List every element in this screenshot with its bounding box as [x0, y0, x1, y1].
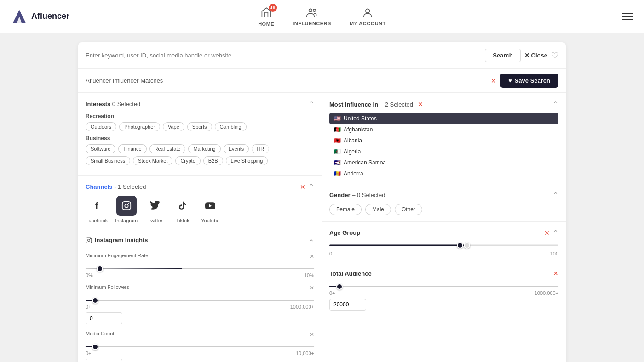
filter-columns: Interests 0 Selected ⌃ Recreation Outdoo…: [78, 93, 566, 362]
filter-title: Afluencer Influencer Matches: [86, 77, 163, 84]
tag-stock-market[interactable]: Stock Market: [133, 156, 172, 165]
engagement-rate-group: Minimum Engagement Rate ✕ 0% 10%: [86, 253, 314, 278]
age-slider-track: [329, 242, 558, 249]
channels-toggle[interactable]: ⌃: [308, 182, 314, 191]
filter-actions: ✕ ♥ Save Search: [491, 74, 558, 88]
media-count-input[interactable]: [86, 359, 122, 362]
channels-clear[interactable]: ✕: [300, 183, 305, 191]
list-item[interactable]: 🇩🇿 Algeria: [329, 146, 558, 157]
gender-male[interactable]: Male: [365, 204, 391, 215]
interests-title: Interests 0 Selected: [86, 101, 140, 107]
channel-facebook[interactable]: f Facebook: [86, 196, 108, 223]
nav-home[interactable]: 38 HOME: [258, 6, 274, 27]
recreation-group: Recreation Outdoors Photographer Vape Sp…: [86, 113, 314, 131]
engagement-slider[interactable]: [86, 268, 314, 269]
clear-filters-button[interactable]: ✕: [491, 77, 496, 85]
channel-twitter[interactable]: Twitter: [145, 196, 165, 223]
search-button[interactable]: Search: [485, 49, 520, 62]
age-group-section: Age Group ✕ ⌃ 0: [322, 222, 566, 263]
channel-tiktok[interactable]: Tiktok: [172, 196, 193, 223]
svg-point-9: [88, 239, 90, 241]
tag-events[interactable]: Events: [224, 144, 249, 153]
list-item[interactable]: 🇦🇱 Albania: [329, 135, 558, 146]
audience-input[interactable]: [329, 299, 366, 311]
svg-point-2: [309, 9, 312, 11]
tag-hr[interactable]: HR: [252, 144, 269, 153]
tag-crypto[interactable]: Crypto: [175, 156, 200, 165]
followers-clear[interactable]: ✕: [310, 285, 314, 291]
main-content: Search ✕ Close ♡ Afluencer Influencer Ma…: [69, 33, 575, 362]
instagram-insights-section: Instagram Insights ⌃ Minimum Engagement …: [78, 230, 322, 362]
age-clear[interactable]: ✕: [544, 229, 550, 237]
followers-input[interactable]: [86, 312, 122, 324]
total-audience-section: Total Audience ✕ 0+ 1000,000+: [322, 263, 566, 317]
svg-point-10: [90, 238, 91, 239]
age-group-title: Age Group: [329, 229, 360, 236]
media-clear[interactable]: ✕: [310, 331, 314, 338]
tag-b2b[interactable]: B2B: [203, 156, 223, 165]
tag-vape[interactable]: Vape: [163, 122, 184, 131]
top-navigation: Afluencer 38 HOME INFLUENCERS: [0, 0, 644, 33]
tag-photographer[interactable]: Photographer: [119, 122, 160, 131]
search-card: Search ✕ Close ♡ Afluencer Influencer Ma…: [78, 42, 566, 362]
audience-slider[interactable]: [329, 286, 558, 287]
tag-real-estate[interactable]: Real Estate: [150, 144, 186, 153]
list-item[interactable]: 🇦🇩 Andorra: [329, 168, 558, 177]
gender-toggle[interactable]: ⌃: [552, 191, 558, 199]
heart-button[interactable]: ♡: [551, 51, 558, 61]
logo[interactable]: Afluencer: [11, 8, 69, 25]
nav-badge: 38: [269, 4, 277, 12]
tag-small-business[interactable]: Small Business: [86, 156, 130, 165]
app-name: Afluencer: [31, 11, 69, 21]
tag-marketing[interactable]: Marketing: [188, 144, 220, 153]
influence-toggle[interactable]: ⌃: [552, 100, 558, 108]
channel-instagram[interactable]: Instagram: [115, 196, 138, 223]
svg-point-3: [313, 9, 316, 11]
save-search-button[interactable]: ♥ Save Search: [500, 74, 558, 88]
most-influence-title: Most influence in – 2 Selected ✕: [329, 101, 423, 108]
tag-gambling[interactable]: Gambling: [215, 122, 247, 131]
age-toggle[interactable]: ⌃: [552, 228, 558, 237]
min-followers-group: Minimum Followers ✕ 0+ 1000,000+: [86, 284, 314, 324]
engagement-clear[interactable]: ✕: [310, 253, 314, 260]
close-button[interactable]: ✕ Close: [524, 52, 547, 59]
tag-live-shopping[interactable]: Live Shopping: [226, 156, 268, 165]
age-thumb-max[interactable]: [464, 242, 470, 249]
media-slider[interactable]: [86, 346, 314, 347]
gender-female[interactable]: Female: [329, 204, 362, 215]
total-audience-title: Total Audience: [329, 270, 372, 277]
followers-slider[interactable]: [86, 300, 314, 301]
audience-clear[interactable]: ✕: [553, 270, 558, 277]
svg-point-7: [128, 203, 129, 204]
gender-title: Gender – 0 Selected: [329, 192, 385, 198]
media-count-group: Media Count ✕ 0+ 10,000+: [86, 331, 314, 362]
tag-sports[interactable]: Sports: [187, 122, 212, 131]
channel-icons: f Facebook Instagram: [86, 196, 314, 223]
filter-header: Afluencer Influencer Matches ✕ ♥ Save Se…: [78, 69, 566, 93]
search-input[interactable]: [86, 52, 481, 59]
nav-my-account[interactable]: MY ACCOUNT: [350, 7, 386, 26]
search-bar: Search ✕ Close ♡: [78, 42, 566, 69]
interests-toggle[interactable]: ⌃: [308, 100, 314, 108]
age-thumb[interactable]: [457, 242, 463, 249]
channel-youtube[interactable]: Youtube: [200, 196, 220, 223]
tag-outdoors[interactable]: Outdoors: [86, 122, 116, 131]
hamburger-menu[interactable]: [622, 13, 633, 20]
tag-software[interactable]: Software: [86, 144, 115, 153]
svg-point-6: [125, 204, 128, 207]
tag-finance[interactable]: Finance: [118, 144, 146, 153]
list-item[interactable]: 🇦🇸 American Samoa: [329, 157, 558, 168]
list-item[interactable]: 🇺🇸 United States: [329, 113, 558, 124]
list-item[interactable]: 🇦🇫 Afghanistan: [329, 124, 558, 135]
influence-clear[interactable]: ✕: [418, 101, 423, 108]
right-column: Most influence in – 2 Selected ✕ ⌃ 🇺🇸 Un…: [322, 93, 566, 362]
gender-other[interactable]: Other: [395, 204, 422, 215]
nav-influencers[interactable]: INFLUENCERS: [293, 7, 331, 26]
insights-toggle[interactable]: ⌃: [308, 238, 314, 247]
business-group: Business Software Finance Real Estate Ma…: [86, 135, 314, 165]
influence-country-list[interactable]: 🇺🇸 United States 🇦🇫 Afghanistan 🇦🇱 Alban…: [329, 113, 558, 177]
business-tags: Software Finance Real Estate Marketing E…: [86, 144, 314, 165]
nav-center: 38 HOME INFLUENCERS MY ACCOUNT: [258, 6, 386, 27]
most-influence-section: Most influence in – 2 Selected ✕ ⌃ 🇺🇸 Un…: [322, 93, 566, 184]
channels-section: Channels - 1 Selected ✕ ⌃ f Facebook: [78, 176, 322, 230]
